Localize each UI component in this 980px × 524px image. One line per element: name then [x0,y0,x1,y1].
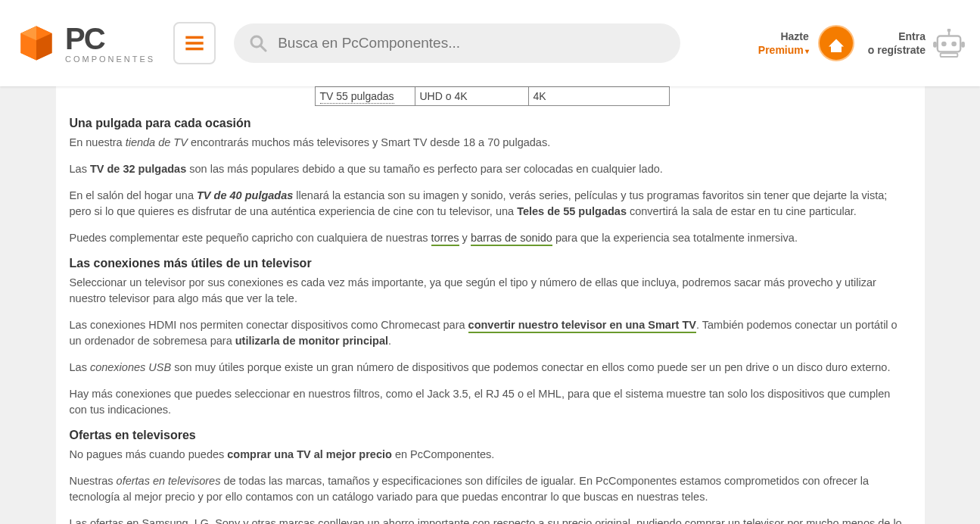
text: y [459,232,471,244]
login-line1: Entra [868,30,926,43]
table-cell: 4K [528,87,669,106]
premium-link[interactable]: Hazte Premium [758,27,853,60]
section-heading-conexiones: Las conexiones más útiles de un televiso… [70,257,911,270]
login-text: Entra o regístrate [868,30,926,57]
table-row: TV 55 pulgadas UHD o 4K 4K [315,87,669,106]
logo-link[interactable]: PC COMPONENTES [15,22,155,64]
text-bold: comprar una TV al mejor precio [227,448,392,460]
text: Las [70,163,90,175]
text: convertirá la sala de estar en tu cine p… [627,205,857,217]
link-torres[interactable]: torres [431,232,459,246]
premium-line2: Premium [758,43,809,57]
text: Las [70,361,90,373]
para: Puedes complementar este pequeño caprich… [70,230,911,246]
content-area: TV 55 pulgadas UHD o 4K 4K Una pulgada p… [56,86,925,524]
header-right: Hazte Premium Entra o regístrate [758,27,965,60]
text: En nuestra [70,136,126,148]
logo-text: PC COMPONENTES [65,23,155,64]
para: En nuestra tienda de TV encontrarás much… [70,135,911,151]
para: Las TV de 32 pulgadas son las más popula… [70,161,911,177]
text-italic: ofertas en televisores [117,475,221,487]
text: son muy útiles porque existe un gran núm… [171,361,890,373]
table-cell: TV 55 pulgadas [315,87,415,106]
svg-point-11 [951,42,957,47]
para: Hay más conexiones que puedes selecciona… [70,386,911,418]
svg-rect-15 [961,42,965,48]
text-italic: conexiones USB [90,361,171,373]
logo-subtext: COMPONENTES [65,55,155,64]
premium-line1: Hazte [758,30,809,43]
text: en PcComponentes. [392,448,494,460]
text: En el salón del hogar una [70,189,198,201]
svg-rect-16 [941,53,958,57]
menu-button[interactable] [173,22,216,64]
para: Las conexiones HDMI nos permiten conecta… [70,317,911,349]
login-link[interactable]: Entra o regístrate [868,29,965,58]
text: Las conexiones HDMI nos permiten conecta… [70,319,468,331]
text-italic: tienda de TV [126,136,188,148]
premium-text: Hazte Premium [758,30,809,57]
text: No pagues más cuando puedes [70,448,228,460]
text-bold: TV de 32 pulgadas [90,163,186,175]
search-container [234,23,680,63]
text: Puedes complementar este pequeño caprich… [70,232,431,244]
link-smart-tv[interactable]: convertir nuestro televisor en una Smart… [468,319,696,333]
para: En el salón del hogar una TV de 40 pulga… [70,188,911,220]
tv-size-link[interactable]: TV 55 pulgadas [320,90,394,104]
text: encontrarás muchos más televisores y Sma… [188,136,550,148]
para: No pagues más cuando puedes comprar una … [70,447,911,463]
table-cell: UHD o 4K [415,87,528,106]
text-bold: Teles de 55 pulgadas [517,205,627,217]
premium-badge-icon [820,27,853,60]
svg-rect-6 [186,48,204,51]
logo-brand: PC [65,23,155,54]
search-icon [249,34,267,52]
login-line2: o regístrate [868,43,926,57]
link-barras-sonido[interactable]: barras de sonido [471,232,552,246]
text: . [388,335,391,347]
para: Nuestras ofertas en televisores de todas… [70,473,911,505]
text-bold: utilizarla de monitor principal [235,335,388,347]
section-heading-ofertas: Ofertas en televisores [70,429,911,442]
svg-line-8 [260,45,266,51]
section-heading-pulgada: Una pulgada para cada ocasión [70,117,911,130]
search-input[interactable] [278,35,665,51]
text: son las más populares debido a que su ta… [186,163,663,175]
search-box[interactable] [234,23,680,63]
logo-icon [15,22,58,64]
svg-rect-5 [186,42,204,45]
site-header: PC COMPONENTES Hazte Premium [0,0,980,86]
para: Las conexiones USB son muy útiles porque… [70,360,911,376]
robot-icon [933,29,965,58]
text: para que la experiencia sea totalmente i… [552,232,798,244]
svg-rect-9 [938,36,960,52]
svg-rect-14 [933,42,937,48]
para: Las ofertas en Samsung, LG, Sony y otras… [70,516,911,524]
text: Nuestras [70,475,117,487]
svg-rect-4 [186,36,204,39]
para: Seleccionar un televisor por sus conexio… [70,275,911,307]
hamburger-icon [184,33,205,54]
svg-point-10 [941,42,947,47]
text-bold-italic: TV de 40 pulgadas [197,189,293,201]
svg-point-13 [947,29,951,32]
resolution-table: TV 55 pulgadas UHD o 4K 4K [315,86,670,106]
